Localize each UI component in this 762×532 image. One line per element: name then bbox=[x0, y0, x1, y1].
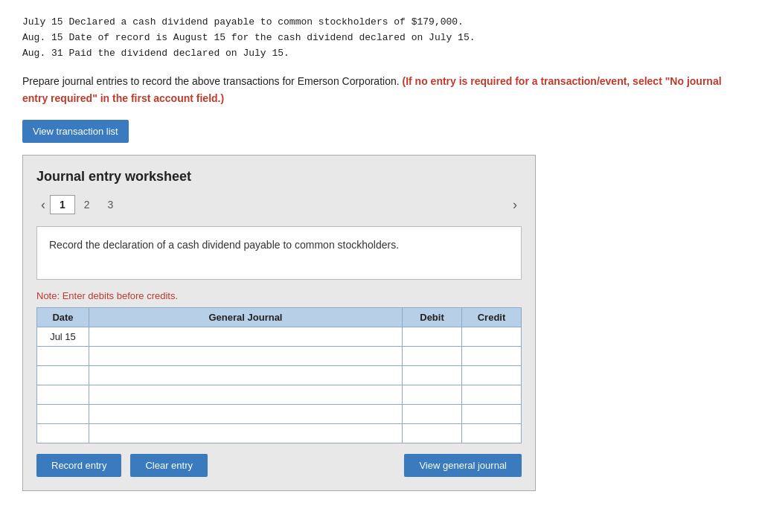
tab-3[interactable]: 3 bbox=[99, 196, 123, 214]
col-header-debit: Debit bbox=[403, 308, 462, 327]
view-general-journal-button[interactable]: View general journal bbox=[404, 454, 522, 477]
table-row bbox=[37, 424, 522, 443]
row-4-journal-input[interactable] bbox=[89, 385, 402, 404]
row-3-date bbox=[37, 366, 89, 385]
row-1-debit-input[interactable] bbox=[403, 327, 461, 346]
tab-2[interactable]: 2 bbox=[75, 196, 99, 214]
row-4-credit-input[interactable] bbox=[462, 385, 521, 404]
row-4-journal[interactable] bbox=[89, 385, 403, 405]
col-header-journal: General Journal bbox=[89, 308, 403, 327]
tab-1[interactable]: 1 bbox=[50, 195, 75, 214]
row-1-credit[interactable] bbox=[462, 327, 522, 347]
row-1-debit[interactable] bbox=[403, 327, 462, 347]
intro-line2: Aug. 15 Date of record is August 15 for … bbox=[22, 31, 740, 46]
worksheet-container: Journal entry worksheet ‹ 1 2 3 › Record… bbox=[22, 155, 536, 491]
col-header-date: Date bbox=[37, 308, 89, 327]
col-header-credit: Credit bbox=[462, 308, 522, 327]
button-row: Record entry Clear entry View general jo… bbox=[36, 454, 522, 477]
row-2-journal-input[interactable] bbox=[89, 347, 402, 365]
instruction-prefix: Prepare journal entries to record the ab… bbox=[22, 75, 400, 87]
row-5-journal[interactable] bbox=[89, 405, 403, 424]
intro-line3: Aug. 31 Paid the dividend declared on Ju… bbox=[22, 46, 740, 62]
row-2-credit-input[interactable] bbox=[462, 347, 521, 365]
row-5-journal-input[interactable] bbox=[89, 405, 402, 423]
table-row bbox=[37, 347, 522, 366]
description-text: Record the declaration of a cash dividen… bbox=[49, 239, 399, 251]
instruction-text: Prepare journal entries to record the ab… bbox=[22, 73, 740, 106]
row-2-debit[interactable] bbox=[403, 347, 462, 366]
row-1-journal[interactable] bbox=[89, 327, 403, 347]
row-4-credit[interactable] bbox=[462, 385, 522, 405]
chevron-left-icon[interactable]: ‹ bbox=[36, 196, 50, 214]
row-4-debit[interactable] bbox=[403, 385, 462, 405]
journal-table: Date General Journal Debit Credit Jul 15 bbox=[36, 307, 522, 443]
row-6-debit-input[interactable] bbox=[403, 424, 461, 443]
clear-entry-button[interactable]: Clear entry bbox=[130, 454, 208, 477]
row-5-date bbox=[37, 405, 89, 424]
row-5-credit[interactable] bbox=[462, 405, 522, 424]
row-6-credit-input[interactable] bbox=[462, 424, 521, 443]
row-6-date bbox=[37, 424, 89, 443]
note-text: Note: Enter debits before credits. bbox=[36, 290, 522, 301]
row-6-credit[interactable] bbox=[462, 424, 522, 443]
row-3-debit[interactable] bbox=[403, 366, 462, 385]
row-1-journal-input[interactable] bbox=[89, 327, 402, 346]
tab-navigation: ‹ 1 2 3 › bbox=[36, 195, 522, 214]
row-5-debit-input[interactable] bbox=[403, 405, 461, 423]
row-6-journal-input[interactable] bbox=[89, 424, 402, 443]
row-2-journal[interactable] bbox=[89, 347, 403, 366]
row-2-debit-input[interactable] bbox=[403, 347, 461, 365]
table-row bbox=[37, 405, 522, 424]
row-2-date bbox=[37, 347, 89, 366]
row-2-credit[interactable] bbox=[462, 347, 522, 366]
row-3-journal[interactable] bbox=[89, 366, 403, 385]
row-4-debit-input[interactable] bbox=[403, 385, 461, 404]
intro-line1: July 15 Declared a cash dividend payable… bbox=[22, 15, 740, 31]
row-6-debit[interactable] bbox=[403, 424, 462, 443]
row-1-date: Jul 15 bbox=[37, 327, 89, 347]
row-3-debit-input[interactable] bbox=[403, 366, 461, 385]
row-1-credit-input[interactable] bbox=[462, 327, 521, 346]
row-3-journal-input[interactable] bbox=[89, 366, 402, 385]
view-transaction-button[interactable]: View transaction list bbox=[22, 120, 129, 143]
description-box: Record the declaration of a cash dividen… bbox=[36, 226, 522, 280]
row-3-credit[interactable] bbox=[462, 366, 522, 385]
table-row: Jul 15 bbox=[37, 327, 522, 347]
row-4-date bbox=[37, 385, 89, 405]
row-5-credit-input[interactable] bbox=[462, 405, 521, 423]
record-entry-button[interactable]: Record entry bbox=[36, 454, 121, 477]
row-6-journal[interactable] bbox=[89, 424, 403, 443]
intro-text: July 15 Declared a cash dividend payable… bbox=[22, 15, 740, 61]
row-5-debit[interactable] bbox=[403, 405, 462, 424]
row-3-credit-input[interactable] bbox=[462, 366, 521, 385]
worksheet-title: Journal entry worksheet bbox=[36, 169, 522, 185]
table-row bbox=[37, 385, 522, 405]
table-row bbox=[37, 366, 522, 385]
chevron-right-icon[interactable]: › bbox=[508, 196, 522, 214]
